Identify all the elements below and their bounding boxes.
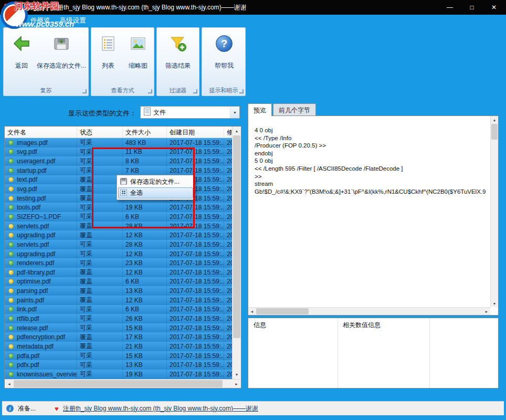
table-row[interactable]: useragent.pdf可采8 KB2017-07-18 15:59:...2… bbox=[5, 156, 232, 166]
file-modified-date: 20 bbox=[224, 156, 232, 166]
file-status: 覆盖 bbox=[77, 222, 123, 231]
scroll-up-icon[interactable]: ▲ bbox=[491, 116, 498, 123]
table-row[interactable]: link.pdf可采6 KB2017-07-18 15:59:...20 bbox=[5, 305, 232, 314]
table-row[interactable]: pdfx.pdf可采13 KB2017-07-18 15:59:...20 bbox=[5, 360, 232, 370]
file-name-cell: link.pdf bbox=[5, 305, 77, 314]
back-button[interactable]: 返回 bbox=[8, 34, 35, 70]
file-name: release.pdf bbox=[17, 324, 48, 332]
menu-tab-overview[interactable]: 件概览 bbox=[30, 16, 50, 25]
table-row[interactable]: knownissues_overvie...可采19 KB2017-07-18 … bbox=[5, 370, 232, 379]
file-list-vertical-scrollbar[interactable]: ▲ ▼ bbox=[232, 127, 241, 379]
dialog-launcher-icon[interactable] bbox=[193, 89, 197, 93]
scroll-left-icon[interactable]: ◄ bbox=[248, 308, 256, 315]
tab-preview[interactable]: 预览 bbox=[248, 103, 272, 116]
file-name-cell: testing.pdf bbox=[5, 194, 77, 203]
context-menu-item-select-all[interactable]: 全选 bbox=[118, 187, 193, 198]
table-row[interactable]: pdfencryption.pdf覆盖17 KB2017-07-18 15:59… bbox=[5, 332, 232, 342]
table-row[interactable]: parsing.pdf覆盖13 KB2017-07-18 15:59:...20 bbox=[5, 286, 232, 296]
file-status-dot-icon bbox=[8, 224, 14, 229]
group-label-filter: 过滤器 bbox=[157, 87, 199, 94]
table-row[interactable]: tools.pdf可采19 KB2017-07-18 15:59:...20 bbox=[5, 203, 232, 212]
menu-tab-advanced[interactable]: 高级设置 bbox=[60, 16, 86, 25]
scrollbar-thumb[interactable] bbox=[256, 308, 309, 314]
dialog-launcher-icon[interactable] bbox=[148, 89, 152, 93]
info-panel: 信息 相关数值信息 bbox=[248, 318, 499, 388]
file-name-cell: upgrading.pdf bbox=[5, 249, 77, 259]
filter-results-button[interactable]: 筛选结果 bbox=[160, 34, 196, 70]
preview-line: << /Length 595 /Filter [ /ASCII85Decode … bbox=[255, 165, 486, 173]
table-row[interactable]: release.pdf可采15 KB2017-07-18 15:59:...20 bbox=[5, 323, 232, 333]
thumbnail-view-button[interactable]: 缩略图 bbox=[123, 34, 153, 70]
column-header-filename[interactable]: 文件名 bbox=[5, 127, 77, 138]
file-name: knownissues_overvie... bbox=[17, 371, 77, 378]
file-modified-date: 20 bbox=[224, 230, 232, 240]
dialog-launcher-icon[interactable] bbox=[82, 89, 87, 93]
scroll-right-icon[interactable]: ► bbox=[483, 308, 490, 315]
save-selected-button[interactable]: 保存选定的文件... bbox=[35, 34, 88, 70]
file-size: 19 KB bbox=[123, 203, 167, 212]
file-status: 可采 bbox=[77, 138, 123, 148]
preview-line: 5 0 obj bbox=[255, 157, 486, 165]
close-button[interactable]: ✕ bbox=[483, 0, 505, 15]
file-status-dot-icon bbox=[8, 326, 14, 331]
file-name-cell: rtflib.pdf bbox=[5, 314, 77, 323]
maximize-button[interactable]: □ bbox=[461, 0, 483, 15]
preview-horizontal-scrollbar[interactable]: ◄ ► bbox=[248, 307, 490, 315]
file-name: link.pdf bbox=[17, 306, 37, 313]
table-row[interactable]: upgrading.pdf可采12 KB2017-07-18 15:59:...… bbox=[5, 249, 232, 259]
file-created-date: 2017-07-18 15:59:... bbox=[167, 342, 224, 351]
file-status: 覆盖 bbox=[77, 268, 123, 277]
table-row[interactable]: upgrading.pdf覆盖12 KB2017-07-18 15:59:...… bbox=[5, 230, 232, 240]
scroll-down-icon[interactable]: ▼ bbox=[233, 370, 241, 379]
status-registration-link[interactable]: 注册th_sjy Blog www.th-sjy.com (th_sjy Blo… bbox=[63, 404, 258, 413]
scrollbar-thumb[interactable] bbox=[233, 135, 240, 338]
table-row[interactable]: images.pdf可采483 KB2017-07-18 15:59:...20 bbox=[5, 138, 232, 148]
table-row[interactable]: renderers.pdf可采23 KB2017-07-18 15:59:...… bbox=[5, 258, 232, 268]
file-status: 可采 bbox=[77, 166, 123, 175]
preview-line: Gb!$D_/c#!&;KX9`?"(B3M!o&;&]+31`\pF^&I(k… bbox=[255, 188, 486, 196]
file-created-date: 2017-07-18 15:59:... bbox=[167, 166, 224, 175]
file-type-dropdown[interactable]: 文件 ▼ bbox=[140, 106, 240, 119]
scroll-up-icon[interactable]: ▲ bbox=[233, 127, 241, 135]
info-column-header: 信息 bbox=[254, 321, 266, 330]
file-name-cell: text.pdf bbox=[5, 175, 77, 185]
file-size: 13 KB bbox=[123, 286, 167, 296]
file-status-dot-icon bbox=[8, 149, 14, 154]
column-header-created[interactable]: 创建日期 bbox=[167, 127, 224, 138]
file-name-cell: metadata.pdf bbox=[5, 342, 77, 351]
table-row[interactable]: optimise.pdf覆盖6 KB2017-07-18 15:59:...20 bbox=[5, 277, 232, 287]
table-row[interactable]: pdf-library.pdf覆盖12 KB2017-07-18 15:59:.… bbox=[5, 268, 232, 277]
file-name: paints.pdf bbox=[17, 297, 44, 304]
table-row[interactable]: svg.pdf可采11 KB2017-07-18 15:59:...20 bbox=[5, 148, 232, 157]
preview-vertical-scrollbar[interactable]: ▲ ▼ bbox=[490, 116, 498, 307]
scroll-down-icon[interactable]: ▼ bbox=[491, 300, 498, 307]
table-row[interactable]: startup.pdf可采7 KB2017-07-18 15:59:...20 bbox=[5, 166, 232, 175]
table-row[interactable]: servlets.pdf覆盖28 KB2017-07-18 15:59:...2… bbox=[5, 222, 232, 231]
file-type-selected: 文件 bbox=[153, 108, 166, 117]
info-icon: i bbox=[6, 405, 14, 412]
chevron-down-icon[interactable]: ▼ bbox=[230, 107, 239, 118]
scroll-left-icon[interactable]: ◄ bbox=[5, 380, 14, 388]
table-row[interactable]: servlets.pdf可采28 KB2017-07-18 15:59:...2… bbox=[5, 240, 232, 249]
dialog-launcher-icon[interactable] bbox=[239, 89, 244, 93]
table-row[interactable]: rtflib.pdf可采26 KB2017-07-18 15:59:...20 bbox=[5, 314, 232, 323]
column-header-modified[interactable]: 修 bbox=[224, 127, 232, 138]
context-menu-item-save-selected[interactable]: 保存选定的文件... bbox=[118, 176, 193, 187]
group-label-view-mode: 查看方式 bbox=[91, 87, 154, 94]
table-row[interactable]: metadata.pdf覆盖21 KB2017-07-18 15:59:...2… bbox=[5, 342, 232, 351]
file-list-horizontal-scrollbar[interactable]: ◄ ► bbox=[5, 379, 241, 388]
file-status-dot-icon bbox=[8, 251, 14, 257]
scroll-right-icon[interactable]: ► bbox=[232, 380, 241, 388]
table-row[interactable]: paints.pdf覆盖12 KB2017-07-18 15:59:...20 bbox=[5, 296, 232, 305]
table-row[interactable]: pdfa.pdf可采15 KB2017-07-18 15:59:...20 bbox=[5, 351, 232, 361]
scrollbar-thumb[interactable] bbox=[491, 124, 498, 140]
minimize-button[interactable]: — bbox=[439, 0, 461, 15]
file-created-date: 2017-07-18 15:59:... bbox=[167, 286, 224, 296]
column-header-size[interactable]: 文件大小 bbox=[123, 127, 167, 138]
help-me-button[interactable]: ? 帮帮我 bbox=[209, 34, 239, 70]
scrollbar-thumb[interactable] bbox=[14, 380, 223, 387]
column-header-status[interactable]: 状态 bbox=[77, 127, 123, 138]
tab-first-bytes[interactable]: 前几个字节 bbox=[273, 103, 316, 116]
table-row[interactable]: SIZEFO~1.PDF可采6 KB2017-07-18 15:59:...20 bbox=[5, 212, 232, 222]
list-view-button[interactable]: 列表 bbox=[94, 34, 122, 70]
